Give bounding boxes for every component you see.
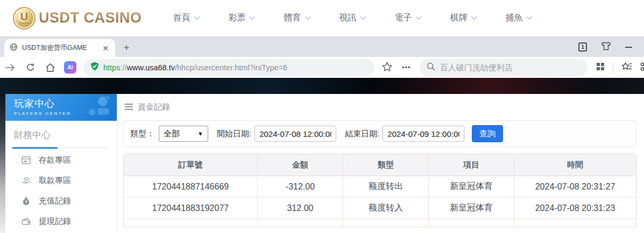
nav-item-sports[interactable]: 體育 <box>284 12 311 24</box>
nav-item-label: 電子 <box>395 12 412 24</box>
logo-coin-icon: U Casino <box>13 7 36 30</box>
window-controls: 1 <box>578 41 644 57</box>
nav-item-label: 彩票 <box>229 12 246 24</box>
logo-coin-sub: Casino <box>19 21 30 25</box>
home-icon[interactable] <box>44 62 56 74</box>
start-date-label: 開始日期: <box>217 129 251 139</box>
type-select-value: 全部 <box>164 129 180 139</box>
col-header-order-no: 訂單號 <box>124 154 258 176</box>
minimize-icon[interactable] <box>625 47 632 48</box>
type-select[interactable]: 全部 ▼ <box>159 126 208 142</box>
nav-item-lottery[interactable]: 彩票 <box>229 12 256 24</box>
new-tab-button[interactable]: + <box>119 41 133 55</box>
filter-bar: 類型： 全部 ▼ 開始日期: 結束日期: 查詢 <box>123 120 636 147</box>
sidebar-item-recharge-records[interactable]: ¥ 充值記錄 <box>5 191 117 211</box>
sidebar-section-title: 財務中心 <box>14 129 108 141</box>
cell-item: 新皇冠体育 <box>429 176 514 198</box>
col-header-amount: 金額 <box>258 154 343 176</box>
table-row: 1720441887146669 -312.00 额度转出 新皇冠体育 2024… <box>124 176 636 198</box>
browser-tab[interactable]: USDT加密货币GAME ✕ <box>4 39 115 57</box>
reload-icon[interactable] <box>24 62 36 74</box>
scissors-icon[interactable] <box>640 62 644 74</box>
bookmark-list-icon[interactable] <box>621 62 632 74</box>
nav-item-label: 首頁 <box>173 12 190 24</box>
content-gap <box>117 94 122 233</box>
casino-header: U Casino USDT CASINO 首頁 彩票 體育 視訊 電子 棋牌 <box>0 0 644 37</box>
nav-item-slots[interactable]: 電子 <box>395 12 422 24</box>
page-title: 資金記錄 <box>138 102 170 112</box>
col-header-item: 項目 <box>429 154 514 176</box>
browser-tab-strip: USDT加密货币GAME ✕ + 1 <box>0 37 644 57</box>
cell-order-no: 1720441883192077 <box>124 198 258 219</box>
content-row: 玩家中心 PLAYERS CENTER 財務中心 存款專區 <box>5 94 644 233</box>
search-icon <box>427 62 435 73</box>
address-bar[interactable]: https://www.usa68.tv/hhcp/usercenter.htm… <box>84 59 374 76</box>
funds-record-table: 訂單號 金額 類型 項目 時間 1720441887146669 -312.00… <box>123 154 636 227</box>
wallet-icon <box>22 217 31 225</box>
shield-secure-icon[interactable] <box>90 62 99 73</box>
more-icon[interactable]: ••• <box>402 63 411 71</box>
breadcrumb: 資金記錄 <box>123 94 636 120</box>
address-bar-actions: ••• <box>382 62 411 74</box>
chevron-down-icon <box>415 16 422 20</box>
cell-amount: 312.00 <box>258 198 343 219</box>
page-hero-band <box>0 78 644 94</box>
sidebar-item-withdraw[interactable]: 取款專區 <box>5 170 117 191</box>
apps-grid-icon[interactable] <box>596 62 605 73</box>
toolbar-divider <box>613 62 613 73</box>
sidebar-item-label: 取款專區 <box>39 176 71 186</box>
chevron-down-icon <box>249 16 256 20</box>
table-row-partial <box>124 219 636 227</box>
main-panel: 資金記錄 類型： 全部 ▼ 開始日期: 結束日期: 查詢 <box>122 94 644 233</box>
gamepad-icon <box>79 96 111 121</box>
url-host: www.usa68.tv <box>127 63 175 72</box>
globe-icon <box>10 43 18 53</box>
menu-icon[interactable] <box>125 104 133 110</box>
start-date-input[interactable] <box>254 126 336 142</box>
sidebar-menu: 存款專區 取款專區 ¥ 充值記錄 <box>5 148 117 231</box>
sidebar-item-label: 提現記錄 <box>39 216 71 227</box>
casino-logo[interactable]: U Casino USDT CASINO <box>13 7 142 30</box>
url-separator: :// <box>120 63 126 72</box>
svg-text:¥: ¥ <box>25 200 27 203</box>
bookmark-star-icon[interactable] <box>382 62 392 74</box>
chevron-down-icon <box>471 16 477 20</box>
nav-item-fishing[interactable]: 捕魚 <box>506 12 533 24</box>
cell-type: 额度转入 <box>343 198 429 219</box>
tab-title: USDT加密货币GAME <box>22 43 97 53</box>
sidebar-item-label: 存款專區 <box>39 155 71 165</box>
page-background: 玩家中心 PLAYERS CENTER 財務中心 存款專區 <box>0 78 644 233</box>
table-row: 1720441883192077 312.00 额度转入 新皇冠体育 2024-… <box>124 198 636 219</box>
col-header-type: 類型 <box>343 154 429 176</box>
sidebar-banner: 玩家中心 PLAYERS CENTER <box>5 94 117 121</box>
search-input[interactable] <box>440 63 581 72</box>
money-bag-icon: ¥ <box>22 196 31 205</box>
forward-icon[interactable] <box>4 62 16 74</box>
tab-close-icon[interactable]: ✕ <box>101 44 110 53</box>
sidebar: 玩家中心 PLAYERS CENTER 財務中心 存款專區 <box>5 94 117 233</box>
nav-item-label: 體育 <box>284 12 301 24</box>
logo-brand-text: USDT CASINO <box>39 10 142 26</box>
cell-order-no: 1720441887146669 <box>124 176 258 198</box>
sidebar-item-label: 充值記錄 <box>39 196 71 206</box>
nav-item-chess[interactable]: 棋牌 <box>450 12 477 24</box>
sidebar-section: 財務中心 <box>5 121 117 148</box>
tab-count-box[interactable]: 1 <box>578 42 587 52</box>
chevron-down-icon <box>526 16 533 20</box>
ai-assistant-icon[interactable]: AI <box>64 61 76 74</box>
browser-search-box[interactable] <box>420 59 588 76</box>
withdraw-hand-icon <box>22 177 31 184</box>
nav-item-home[interactable]: 首頁 <box>173 12 200 24</box>
shirt-icon[interactable] <box>601 41 611 53</box>
select-caret-icon: ▼ <box>197 130 203 137</box>
cell-type: 额度转出 <box>343 176 429 198</box>
end-date-label: 結束日期: <box>345 129 379 139</box>
cell-time: 2024-07-08 20:31:27 <box>514 176 636 198</box>
sidebar-item-withdrawal-records[interactable]: 提現記錄 <box>5 211 117 231</box>
end-date-input[interactable] <box>383 126 464 142</box>
query-button[interactable]: 查詢 <box>472 125 503 142</box>
cell-amount: -312.00 <box>258 176 343 198</box>
sidebar-item-deposit[interactable]: 存款專區 <box>5 150 117 170</box>
url-scheme: https <box>103 63 120 72</box>
nav-item-live-video[interactable]: 視訊 <box>339 12 366 24</box>
